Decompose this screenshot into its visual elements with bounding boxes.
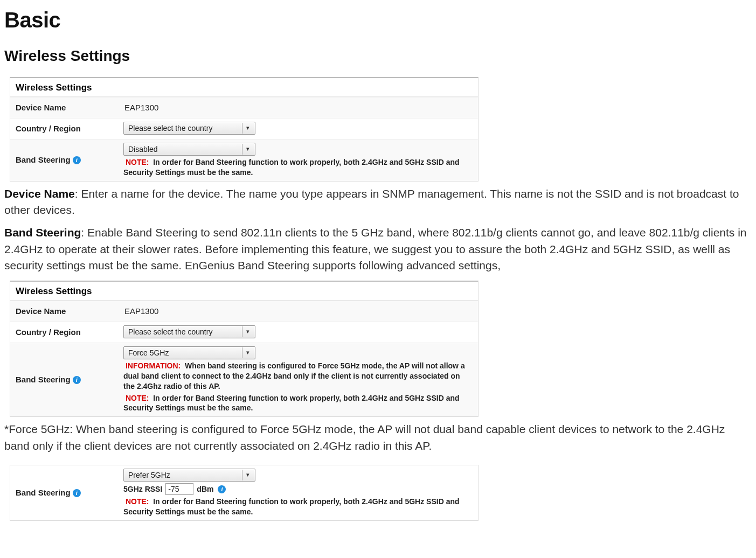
label-device-name: Device Name: [13, 303, 121, 319]
label-band-steering: Band Steering i: [13, 485, 121, 501]
page-title: Basic: [4, 4, 752, 36]
band-steering-select[interactable]: Force 5GHz ▾: [123, 346, 255, 359]
row-device-name: Device Name EAP1300: [10, 97, 478, 118]
row-device-name: Device Name EAP1300: [10, 301, 478, 322]
country-region-select[interactable]: Please select the country ▾: [123, 325, 255, 338]
wireless-settings-panel-3: Band Steering i Prefer 5GHz ▾ 5GHz RSSI …: [10, 465, 478, 521]
country-region-select[interactable]: Please select the country ▾: [123, 122, 255, 135]
value-device-name: EAP1300: [123, 101, 473, 115]
info-icon[interactable]: i: [73, 156, 81, 164]
row-country-region: Country / Region Please select the count…: [10, 322, 478, 343]
info-icon[interactable]: i: [73, 376, 81, 384]
label-band-steering: Band Steering i: [13, 152, 121, 168]
label-band-steering-text: Band Steering: [16, 487, 71, 499]
force-5ghz-description: *Force 5GHz: When band steering is confi…: [4, 421, 751, 454]
note-label: NOTE:: [126, 158, 149, 166]
label-band-steering-text: Band Steering: [16, 374, 71, 386]
note-text: In order for Band Steering function to w…: [123, 497, 460, 516]
device-name-term: Device Name: [4, 187, 75, 200]
chevron-down-icon: ▾: [242, 123, 253, 134]
rssi-label: 5GHz RSSI: [123, 484, 162, 494]
band-steering-note: NOTE: In order for Band Steering functio…: [123, 393, 473, 414]
wireless-settings-panel-2: Wireless Settings Device Name EAP1300 Co…: [10, 281, 478, 417]
row-band-steering: Band Steering i Prefer 5GHz ▾ 5GHz RSSI …: [10, 465, 478, 520]
label-device-name: Device Name: [13, 100, 121, 116]
band-steering-term: Band Steering: [4, 226, 81, 239]
info-icon[interactable]: i: [73, 489, 81, 497]
band-steering-select-value: Prefer 5GHz: [128, 470, 170, 480]
band-steering-description: Band Steering: Enable Band Steering to s…: [4, 225, 751, 274]
row-band-steering: Band Steering i Force 5GHz ▾ INFORMATION…: [10, 343, 478, 416]
band-steering-information: INFORMATION: When band steering is confi…: [123, 361, 473, 392]
rssi-input[interactable]: -75: [165, 483, 193, 495]
country-region-select-value: Please select the country: [128, 123, 212, 134]
label-country-region: Country / Region: [13, 121, 121, 137]
note-text: In order for Band Steering function to w…: [123, 158, 460, 177]
value-device-name: EAP1300: [123, 304, 473, 318]
row-band-steering: Band Steering i Disabled ▾ NOTE: In orde…: [10, 139, 478, 181]
info-icon[interactable]: i: [218, 485, 226, 493]
chevron-down-icon: ▾: [242, 144, 253, 155]
label-band-steering: Band Steering i: [13, 372, 121, 388]
band-steering-note: NOTE: In order for Band Steering functio…: [123, 497, 473, 517]
band-steering-select[interactable]: Disabled ▾: [123, 143, 255, 156]
note-label: NOTE:: [126, 394, 149, 402]
information-label: INFORMATION:: [126, 361, 181, 370]
band-steering-select[interactable]: Prefer 5GHz ▾: [123, 469, 255, 482]
note-label: NOTE:: [126, 497, 149, 506]
wireless-settings-panel-1: Wireless Settings Device Name EAP1300 Co…: [10, 77, 478, 182]
label-country-region: Country / Region: [13, 324, 121, 340]
band-steering-select-value: Disabled: [128, 144, 157, 155]
chevron-down-icon: ▾: [242, 347, 253, 358]
panel-heading: Wireless Settings: [10, 282, 478, 301]
panel-heading: Wireless Settings: [10, 78, 478, 97]
rssi-line: 5GHz RSSI -75 dBm i: [123, 483, 473, 495]
dbm-label: dBm: [197, 484, 213, 494]
note-text: In order for Band Steering function to w…: [123, 394, 460, 413]
device-name-description: Device Name: Enter a name for the device…: [4, 186, 751, 219]
band-steering-desc-text: : Enable Band Steering to send 802.11n c…: [4, 226, 747, 271]
row-country-region: Country / Region Please select the count…: [10, 118, 478, 139]
device-name-desc-text: : Enter a name for the device. The name …: [4, 187, 739, 216]
chevron-down-icon: ▾: [242, 470, 253, 480]
band-steering-select-value: Force 5GHz: [128, 347, 169, 358]
section-title: Wireless Settings: [4, 45, 752, 67]
label-band-steering-text: Band Steering: [16, 154, 71, 166]
country-region-select-value: Please select the country: [128, 326, 212, 337]
chevron-down-icon: ▾: [242, 326, 253, 337]
band-steering-note: NOTE: In order for Band Steering functio…: [123, 157, 473, 178]
